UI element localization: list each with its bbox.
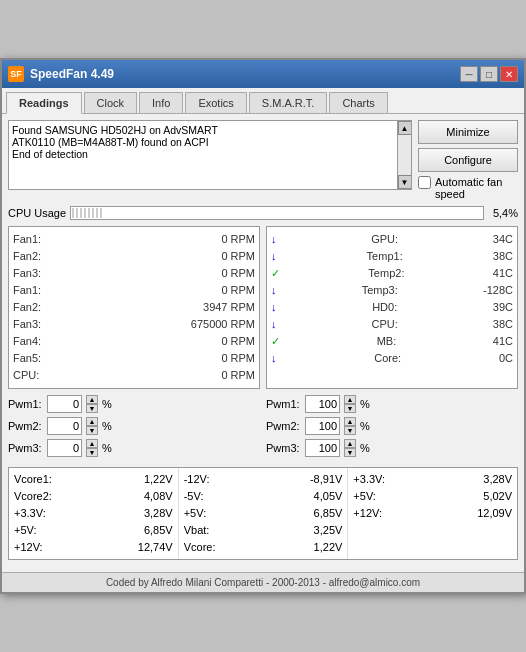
pwm-right-input-1[interactable] — [305, 417, 340, 435]
volt-row-1-0: Vcore1: 1,22V — [14, 471, 173, 488]
pwm-left-down-0[interactable]: ▼ — [86, 404, 98, 413]
cpu-seg-6 — [92, 208, 94, 218]
volt-row-2-3: Vbat: 3,25V — [184, 522, 343, 539]
voltage-col-3: +3.3V: 3,28V +5V: 5,02V +12V: 12,09V — [348, 468, 517, 559]
pwm-left-up-0[interactable]: ▲ — [86, 395, 98, 404]
temp-row-3: ↓ Temp3: -128C — [271, 282, 513, 299]
volt-row-1-3: +5V: 6,85V — [14, 522, 173, 539]
pwm-left-up-2[interactable]: ▲ — [86, 439, 98, 448]
volt-row-2-1: -5V: 4,05V — [184, 488, 343, 505]
temp-indicator-6: ✓ — [271, 333, 280, 350]
fan-row-6: Fan4: 0 RPM — [13, 333, 255, 350]
log-scrollbar[interactable]: ▲ ▼ — [397, 121, 411, 189]
volt-row-1-1: Vcore2: 4,08V — [14, 488, 173, 505]
fan-row-2: Fan3: 0 RPM — [13, 265, 255, 282]
pwm-left-down-1[interactable]: ▼ — [86, 426, 98, 435]
window-title: SpeedFan 4.49 — [30, 67, 114, 81]
pwm-right-input-0[interactable] — [305, 395, 340, 413]
cpu-seg-7 — [96, 208, 98, 218]
cpu-bar-container — [70, 206, 484, 220]
maximize-window-button[interactable]: □ — [480, 66, 498, 82]
volt-row-2-4: Vcore: 1,22V — [184, 539, 343, 556]
pwm-left: Pwm1: ▲ ▼ % Pwm2: ▲ ▼ % — [8, 395, 260, 461]
voltage-col-2: -12V: -8,91V -5V: 4,05V +5V: 6,85V Vbat:… — [179, 468, 349, 559]
cpu-seg-8 — [100, 208, 102, 218]
fan-row-1: Fan2: 0 RPM — [13, 248, 255, 265]
temp-indicator-5: ↓ — [271, 316, 277, 333]
volt-row-1-2: +3.3V: 3,28V — [14, 505, 173, 522]
pwm-left-row-0: Pwm1: ▲ ▼ % — [8, 395, 260, 413]
temp-row-6: ✓ MB: 41C — [271, 333, 513, 350]
voltage-section: Vcore1: 1,22V Vcore2: 4,08V +3.3V: 3,28V… — [8, 467, 518, 560]
minimize-button[interactable]: Minimize — [418, 120, 518, 144]
auto-fan-label: Automatic fan speed — [435, 176, 518, 200]
pwm-right-row-1: Pwm2: ▲ ▼ % — [266, 417, 518, 435]
fan-row-4: Fan2: 3947 RPM — [13, 299, 255, 316]
auto-fan-checkbox[interactable] — [418, 176, 431, 189]
temp-row-4: ↓ HD0: 39C — [271, 299, 513, 316]
pwm-section: Pwm1: ▲ ▼ % Pwm2: ▲ ▼ % — [8, 395, 518, 461]
volt-row-2-2: +5V: 6,85V — [184, 505, 343, 522]
fan-row-3: Fan1: 0 RPM — [13, 282, 255, 299]
auto-fan-row: Automatic fan speed — [418, 176, 518, 200]
footer-text: Coded by Alfredo Milani Comparetti - 200… — [106, 577, 420, 588]
volt-row-2-0: -12V: -8,91V — [184, 471, 343, 488]
pwm-left-spin-1: ▲ ▼ — [86, 417, 98, 435]
tab-bar: Readings Clock Info Exotics S.M.A.R.T. C… — [2, 88, 524, 114]
pwm-left-up-1[interactable]: ▲ — [86, 417, 98, 426]
temp-indicator-4: ↓ — [271, 299, 277, 316]
volt-row-3-0: +3.3V: 3,28V — [353, 471, 512, 488]
cpu-usage-row: CPU Usage 5,4% — [8, 206, 518, 220]
scroll-down-button[interactable]: ▼ — [398, 175, 412, 189]
title-buttons: ─ □ ✕ — [460, 66, 518, 82]
tab-clock[interactable]: Clock — [84, 92, 138, 113]
tab-info[interactable]: Info — [139, 92, 183, 113]
pwm-left-input-2[interactable] — [47, 439, 82, 457]
app-icon: SF — [8, 66, 24, 82]
tab-charts[interactable]: Charts — [329, 92, 387, 113]
temp-row-7: ↓ Core: 0C — [271, 350, 513, 367]
scroll-up-button[interactable]: ▲ — [398, 121, 412, 135]
configure-button[interactable]: Configure — [418, 148, 518, 172]
pwm-right-input-2[interactable] — [305, 439, 340, 457]
pwm-right-down-1[interactable]: ▼ — [344, 426, 356, 435]
right-buttons: Minimize Configure Automatic fan speed — [418, 120, 518, 200]
pwm-right-down-2[interactable]: ▼ — [344, 448, 356, 457]
volt-row-3-1: +5V: 5,02V — [353, 488, 512, 505]
fan-row-0: Fan1: 0 RPM — [13, 231, 255, 248]
cpu-seg-1 — [72, 208, 74, 218]
temp-indicator-2: ✓ — [271, 265, 280, 282]
pwm-right-spin-0: ▲ ▼ — [344, 395, 356, 413]
tab-exotics[interactable]: Exotics — [185, 92, 246, 113]
pwm-left-spin-2: ▲ ▼ — [86, 439, 98, 457]
tab-readings[interactable]: Readings — [6, 92, 82, 114]
pwm-left-input-0[interactable] — [47, 395, 82, 413]
title-bar: SF SpeedFan 4.49 ─ □ ✕ — [2, 60, 524, 88]
pwm-left-row-1: Pwm2: ▲ ▼ % — [8, 417, 260, 435]
volt-row-3-2: +12V: 12,09V — [353, 505, 512, 522]
pwm-left-down-2[interactable]: ▼ — [86, 448, 98, 457]
volt-row-1-4: +12V: 12,74V — [14, 539, 173, 556]
fan-row-5: Fan3: 675000 RPM — [13, 316, 255, 333]
close-window-button[interactable]: ✕ — [500, 66, 518, 82]
minimize-window-button[interactable]: ─ — [460, 66, 478, 82]
cpu-seg-5 — [88, 208, 90, 218]
fans-panel: Fan1: 0 RPM Fan2: 0 RPM Fan3: 0 RPM Fan1… — [8, 226, 260, 389]
temp-indicator-7: ↓ — [271, 350, 277, 367]
temp-row-1: ↓ Temp1: 38C — [271, 248, 513, 265]
pwm-right-up-2[interactable]: ▲ — [344, 439, 356, 448]
pwm-right-up-1[interactable]: ▲ — [344, 417, 356, 426]
pwm-left-row-2: Pwm3: ▲ ▼ % — [8, 439, 260, 457]
tab-smart[interactable]: S.M.A.R.T. — [249, 92, 328, 113]
pwm-right-row-0: Pwm1: ▲ ▼ % — [266, 395, 518, 413]
pwm-right-down-0[interactable]: ▼ — [344, 404, 356, 413]
temp-row-5: ↓ CPU: 38C — [271, 316, 513, 333]
footer: Coded by Alfredo Milani Comparetti - 200… — [2, 572, 524, 592]
temp-indicator-0: ↓ — [271, 231, 277, 248]
log-line-2: ATK0110 (MB=M4A88T-M) found on ACPI — [12, 136, 408, 148]
pwm-left-input-1[interactable] — [47, 417, 82, 435]
temp-row-0: ↓ GPU: 34C — [271, 231, 513, 248]
pwm-right-up-0[interactable]: ▲ — [344, 395, 356, 404]
pwm-left-spin-0: ▲ ▼ — [86, 395, 98, 413]
cpu-seg-4 — [84, 208, 86, 218]
